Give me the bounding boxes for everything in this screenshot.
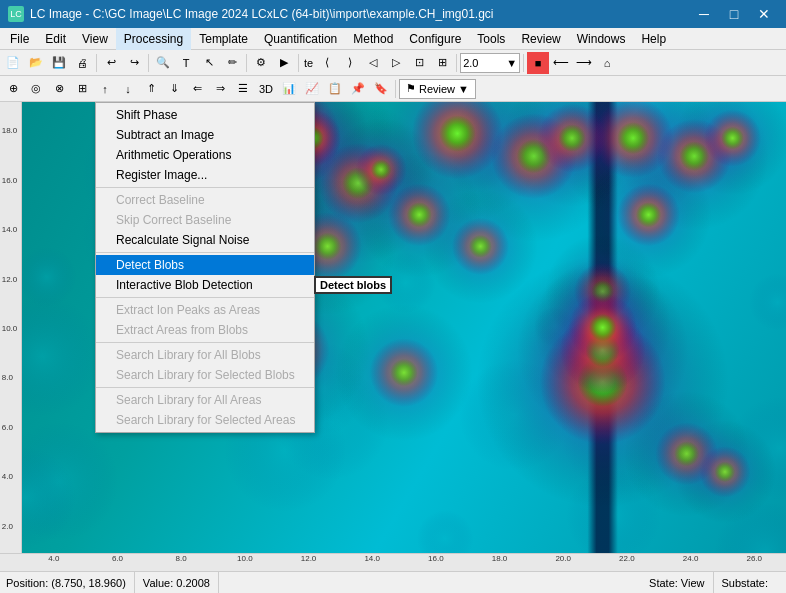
arithmetic-ops-item[interactable]: Arithmetic Operations — [96, 145, 314, 165]
correct-baseline-item[interactable]: Correct Baseline — [96, 190, 314, 210]
redo-button[interactable]: ↪ — [123, 52, 145, 74]
search-library-selected-areas-item[interactable]: Search Library for Selected Areas — [96, 410, 314, 430]
window-controls[interactable]: ─ □ ✕ — [690, 0, 778, 28]
separator-1 — [96, 54, 97, 72]
review-icon: ⚑ — [406, 82, 416, 95]
tb2-btn12[interactable]: 3D — [255, 78, 277, 100]
search-library-areas-item[interactable]: Search Library for All Areas — [96, 390, 314, 410]
x-tick-4: 4.0 — [22, 554, 86, 563]
dropdown-arrow: ▼ — [506, 57, 517, 69]
process-btn2[interactable]: ▶ — [273, 52, 295, 74]
new-button[interactable]: 📄 — [2, 52, 24, 74]
separator-2 — [148, 54, 149, 72]
zoom-out-btn[interactable]: ⟩ — [339, 52, 361, 74]
x-tick-8: 8.0 — [149, 554, 213, 563]
undo-button[interactable]: ↩ — [100, 52, 122, 74]
section-3: Detect Blobs Interactive Blob Detection … — [96, 253, 314, 298]
statusbar: Position: (8.750, 18.960) Value: 0.2008 … — [0, 571, 786, 593]
y-tick-6: 6.0 — [2, 403, 20, 452]
menu-help[interactable]: Help — [633, 28, 674, 50]
skip-correct-baseline-item[interactable]: Skip Correct Baseline — [96, 210, 314, 230]
subtract-image-item[interactable]: Subtract an Image — [96, 125, 314, 145]
tb2-btn13[interactable]: 📊 — [278, 78, 300, 100]
separator-6 — [523, 54, 524, 72]
menu-quantification[interactable]: Quantification — [256, 28, 345, 50]
state-section: State: View — [649, 572, 713, 593]
menu-windows[interactable]: Windows — [569, 28, 634, 50]
tb2-btn7[interactable]: ⇑ — [140, 78, 162, 100]
save-button[interactable]: 💾 — [48, 52, 70, 74]
position-label: Position: (8.750, 18.960) — [6, 577, 126, 589]
tb2-btn5[interactable]: ↑ — [94, 78, 116, 100]
tb2-btn17[interactable]: 🔖 — [370, 78, 392, 100]
nav-back[interactable]: ⟵ — [550, 52, 572, 74]
x-axis-ticks: 4.0 6.0 8.0 10.0 12.0 14.0 16.0 18.0 20.… — [22, 554, 786, 563]
menu-view[interactable]: View — [74, 28, 116, 50]
separator-5 — [456, 54, 457, 72]
menu-review[interactable]: Review — [513, 28, 568, 50]
left-ruler: 18.0 16.0 14.0 12.0 10.0 8.0 6.0 4.0 2.0 — [0, 102, 22, 553]
search-library-blobs-item[interactable]: Search Library for All Blobs — [96, 345, 314, 365]
print-button[interactable]: 🖨 — [71, 52, 93, 74]
detect-blobs-item[interactable]: Detect Blobs — [96, 255, 314, 275]
nav-home[interactable]: ⌂ — [596, 52, 618, 74]
menu-method[interactable]: Method — [345, 28, 401, 50]
open-button[interactable]: 📂 — [25, 52, 47, 74]
zoom-label: te — [304, 57, 313, 69]
tb2-btn1[interactable]: ⊕ — [2, 78, 24, 100]
interactive-blob-item[interactable]: Interactive Blob Detection Detect blobs — [96, 275, 314, 295]
process-btn1[interactable]: ⚙ — [250, 52, 272, 74]
tb2-btn8[interactable]: ⇓ — [163, 78, 185, 100]
tb2-btn14[interactable]: 📈 — [301, 78, 323, 100]
search-library-selected-blobs-item[interactable]: Search Library for Selected Blobs — [96, 365, 314, 385]
tb2-btn2[interactable]: ◎ — [25, 78, 47, 100]
zoom-rect[interactable]: ⊞ — [431, 52, 453, 74]
register-image-item[interactable]: Register Image... — [96, 165, 314, 185]
tb2-btn4[interactable]: ⊞ — [71, 78, 93, 100]
recalculate-signal-item[interactable]: Recalculate Signal Noise — [96, 230, 314, 250]
extract-areas-blobs-item[interactable]: Extract Areas from Blobs — [96, 320, 314, 340]
pan-right[interactable]: ▷ — [385, 52, 407, 74]
review-label: Review — [419, 83, 455, 95]
x-tick-24: 24.0 — [659, 554, 723, 563]
text-button[interactable]: T — [175, 52, 197, 74]
minimize-button[interactable]: ─ — [690, 0, 718, 28]
substate-label: Substate: — [722, 577, 768, 589]
draw-button[interactable]: ✏ — [221, 52, 243, 74]
cursor-button[interactable]: ↖ — [198, 52, 220, 74]
extract-ion-peaks-item[interactable]: Extract Ion Peaks as Areas — [96, 300, 314, 320]
zoom-in-btn[interactable]: ⟨ — [316, 52, 338, 74]
menu-configure[interactable]: Configure — [401, 28, 469, 50]
color1-btn[interactable]: ■ — [527, 52, 549, 74]
fit-btn[interactable]: ⊡ — [408, 52, 430, 74]
zoom-button[interactable]: 🔍 — [152, 52, 174, 74]
toolbar-1: 📄 📂 💾 🖨 ↩ ↪ 🔍 T ↖ ✏ ⚙ ▶ te ⟨ ⟩ ◁ ▷ ⊡ ⊞ 2… — [0, 50, 786, 76]
tb2-btn3[interactable]: ⊗ — [48, 78, 70, 100]
menu-file[interactable]: File — [2, 28, 37, 50]
bottom-ruler: 4.0 6.0 8.0 10.0 12.0 14.0 16.0 18.0 20.… — [0, 553, 786, 571]
tb2-btn9[interactable]: ⇐ — [186, 78, 208, 100]
x-tick-14: 14.0 — [340, 554, 404, 563]
y-tick-4: 4.0 — [2, 452, 20, 501]
x-tick-6: 6.0 — [86, 554, 150, 563]
menu-tools[interactable]: Tools — [469, 28, 513, 50]
tb2-btn15[interactable]: 📋 — [324, 78, 346, 100]
tb2-btn16[interactable]: 📌 — [347, 78, 369, 100]
value-label: Value: 0.2008 — [143, 577, 210, 589]
tb2-btn6[interactable]: ↓ — [117, 78, 139, 100]
main-area: 18.0 16.0 14.0 12.0 10.0 8.0 6.0 4.0 2.0… — [0, 102, 786, 571]
review-dropdown[interactable]: ⚑ Review ▼ — [399, 79, 476, 99]
shift-phase-item[interactable]: Shift Phase — [96, 105, 314, 125]
tb2-btn11[interactable]: ☰ — [232, 78, 254, 100]
maximize-button[interactable]: □ — [720, 0, 748, 28]
menu-processing[interactable]: Processing — [116, 28, 191, 50]
state-label: State: View — [649, 577, 704, 589]
pan-left[interactable]: ◁ — [362, 52, 384, 74]
tb2-btn10[interactable]: ⇒ — [209, 78, 231, 100]
menu-template[interactable]: Template — [191, 28, 256, 50]
x-tick-22: 22.0 — [595, 554, 659, 563]
close-button[interactable]: ✕ — [750, 0, 778, 28]
zoom-dropdown[interactable]: 2.0 ▼ — [460, 53, 520, 73]
nav-fwd[interactable]: ⟶ — [573, 52, 595, 74]
menu-edit[interactable]: Edit — [37, 28, 74, 50]
